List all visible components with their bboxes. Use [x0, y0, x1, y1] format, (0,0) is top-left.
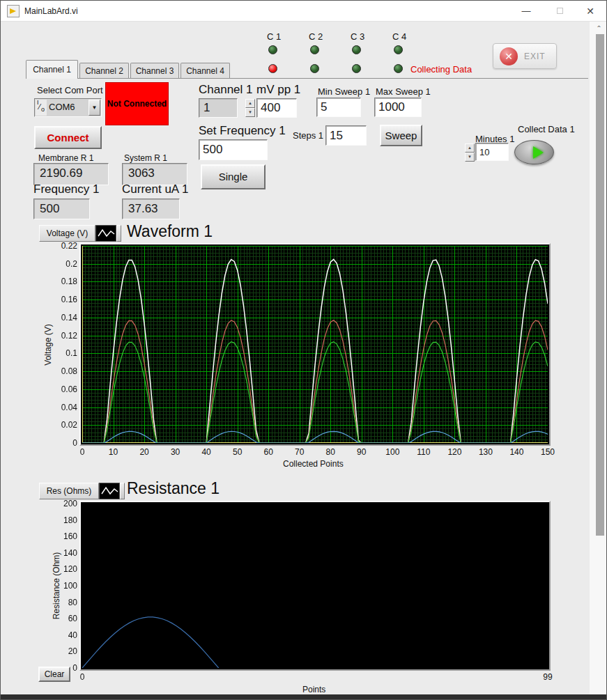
- maximize-button[interactable]: [545, 1, 574, 22]
- axis-tick-label: 180: [44, 515, 77, 525]
- led-c4-row2: [394, 64, 403, 73]
- maximize-icon: [557, 8, 563, 14]
- led-c1-row2: [268, 64, 277, 73]
- stop-x-icon: ✕: [500, 47, 518, 65]
- scrollbar-thumb[interactable]: [596, 34, 604, 536]
- axis-tick-label: 80: [44, 598, 77, 607]
- axis-tick-label: 200: [44, 499, 77, 508]
- bottom-window-edge: [1, 694, 607, 700]
- io-icon: I⁄o: [36, 100, 47, 116]
- axis-tick-label: 20: [44, 646, 77, 656]
- axis-tick-label: 140: [44, 548, 77, 558]
- set-frequency-input[interactable]: [199, 139, 268, 160]
- axis-tick-label: 120: [444, 447, 465, 457]
- steps-input[interactable]: [325, 125, 367, 146]
- axis-tick-label: 110: [413, 447, 434, 457]
- minutes-input[interactable]: [475, 143, 509, 161]
- steps-label: Steps 1: [293, 130, 323, 141]
- connect-button[interactable]: Connect: [34, 126, 102, 149]
- axis-tick-label: 0: [72, 447, 93, 457]
- collect-data-button[interactable]: [514, 140, 554, 164]
- membrane-r-label: Membrane R 1: [38, 153, 93, 163]
- min-sweep-label: Min Sweep 1: [318, 86, 370, 97]
- single-button[interactable]: Single: [201, 164, 266, 189]
- axis-tick-label: 0.04: [44, 403, 77, 412]
- max-sweep-label: Max Sweep 1: [376, 86, 431, 97]
- mvpp-label: mV pp 1: [256, 83, 300, 97]
- axis-tick-label: 60: [44, 614, 77, 623]
- axis-tick-label: 60: [258, 447, 279, 457]
- axis-tick-label: 130: [475, 447, 496, 457]
- connection-status-text: Not Connected: [107, 99, 167, 109]
- mvpp-spinner[interactable]: ▲ ▼: [245, 99, 255, 117]
- sweep-button[interactable]: Sweep: [380, 125, 422, 146]
- title-bar: MainLabArd.vi — ✕: [1, 1, 606, 22]
- vertical-scrollbar[interactable]: ⌃: [590, 22, 607, 694]
- led-label-c1: C 1: [267, 31, 281, 42]
- tab-channel-1[interactable]: Channel 1: [26, 60, 78, 79]
- axis-tick-label: 30: [165, 447, 186, 457]
- resistance-plot-area: [82, 504, 548, 668]
- waveform-legend-edge: [116, 225, 121, 242]
- chevron-down-icon[interactable]: ▼: [89, 100, 100, 116]
- channel-label: Channel 1: [199, 83, 253, 97]
- axis-tick-label: 120: [44, 564, 77, 574]
- axis-tick-label: 150: [537, 447, 558, 457]
- led-c2-row2: [310, 64, 319, 73]
- axis-tick-label: 140: [506, 447, 527, 457]
- close-button[interactable]: ✕: [576, 1, 605, 22]
- minimize-button[interactable]: —: [512, 1, 541, 22]
- waveform-plot-area: [82, 246, 548, 443]
- mvpp-input[interactable]: [256, 98, 297, 118]
- axis-tick-label: 0: [44, 438, 77, 448]
- current-ua-value: 37.63: [122, 199, 180, 219]
- tab-channel-2[interactable]: Channel 2: [79, 63, 129, 79]
- play-icon: [533, 146, 544, 159]
- axis-tick-label: 160: [44, 531, 77, 541]
- led-c2-row1: [310, 45, 319, 54]
- max-sweep-input[interactable]: [374, 98, 422, 117]
- tab-channel-4[interactable]: Channel 4: [180, 63, 230, 79]
- spin-down-icon[interactable]: ▼: [465, 153, 475, 162]
- axis-tick-label: 0.16: [44, 295, 77, 304]
- tab-strip-divider: [26, 78, 588, 79]
- spin-up-icon[interactable]: ▲: [245, 99, 255, 108]
- connection-status-box: Not Connected: [105, 82, 169, 125]
- axis-tick-label: 0: [72, 672, 93, 682]
- axis-tick-label: 40: [196, 447, 217, 457]
- collecting-data-label: Collecting Data: [410, 64, 472, 75]
- resistance-legend-plot-icon: [99, 483, 120, 499]
- axis-tick-label: 50: [227, 447, 248, 457]
- exit-button-label: EXIT: [524, 52, 546, 61]
- collect-data-label: Collect Data 1: [518, 124, 575, 134]
- axis-tick-label: 99: [537, 672, 558, 682]
- axis-tick-label: 10: [103, 447, 124, 457]
- axis-tick-label: 0.18: [44, 277, 77, 286]
- led-c3-row1: [352, 45, 361, 54]
- resistance-graph-title: Resistance 1: [127, 479, 220, 498]
- spin-down-icon[interactable]: ▼: [245, 108, 255, 117]
- axis-tick-label: 100: [44, 581, 77, 591]
- app-window: MainLabArd.vi — ✕ C 1 C 2 C 3 C 4 Collec…: [0, 0, 607, 700]
- channel-value-field: 1: [199, 98, 238, 118]
- axis-tick-label: 0.2: [44, 259, 77, 269]
- axis-tick-label: 0: [44, 663, 77, 673]
- axis-tick-label: 0.22: [44, 241, 77, 251]
- waveform-graph-title: Waveform 1: [127, 222, 213, 241]
- spin-up-icon[interactable]: ▲: [465, 143, 475, 153]
- min-sweep-input[interactable]: [316, 98, 361, 117]
- tab-channel-3[interactable]: Channel 3: [130, 63, 179, 79]
- minutes-spinner[interactable]: ▲ ▼: [465, 143, 475, 162]
- resistance-legend-label: Res (Ohms): [39, 483, 99, 499]
- led-c3-row2: [352, 64, 361, 73]
- axis-tick-label: 80: [320, 447, 341, 457]
- resistance-legend-edge: [120, 483, 125, 499]
- window-title: MainLabArd.vi: [24, 6, 78, 16]
- com-port-combo[interactable]: I⁄o COM6 ▼: [34, 98, 102, 117]
- select-com-port-label: Select Com Port: [37, 85, 103, 95]
- scroll-up-icon[interactable]: ⌃: [594, 23, 604, 33]
- led-label-c3: C 3: [351, 31, 364, 42]
- waveform-ylabel: Voltage (V): [43, 317, 53, 373]
- current-ua-label: Current uA 1: [122, 182, 188, 196]
- exit-button[interactable]: ✕ EXIT: [493, 43, 557, 69]
